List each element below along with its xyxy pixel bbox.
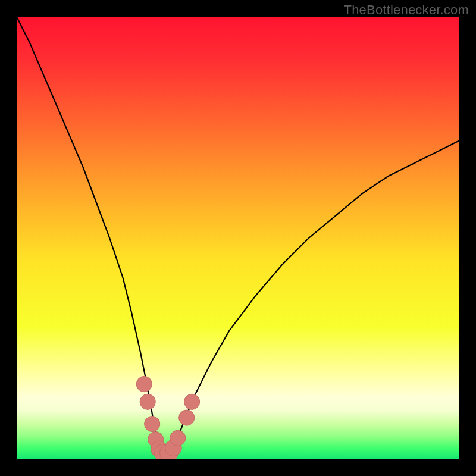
outer-frame: TheBottlenecker.com (0, 0, 476, 476)
chart-svg (17, 17, 459, 459)
bottleneck-curve (17, 17, 459, 455)
curve-marker (136, 376, 152, 392)
curve-marker (170, 430, 186, 446)
curve-markers (136, 376, 200, 459)
curve-marker (145, 416, 160, 431)
curve-marker (179, 410, 195, 425)
plot-area (17, 17, 459, 459)
curve-marker (140, 394, 155, 409)
curve-marker (184, 394, 200, 409)
watermark-text: TheBottlenecker.com (344, 2, 469, 18)
